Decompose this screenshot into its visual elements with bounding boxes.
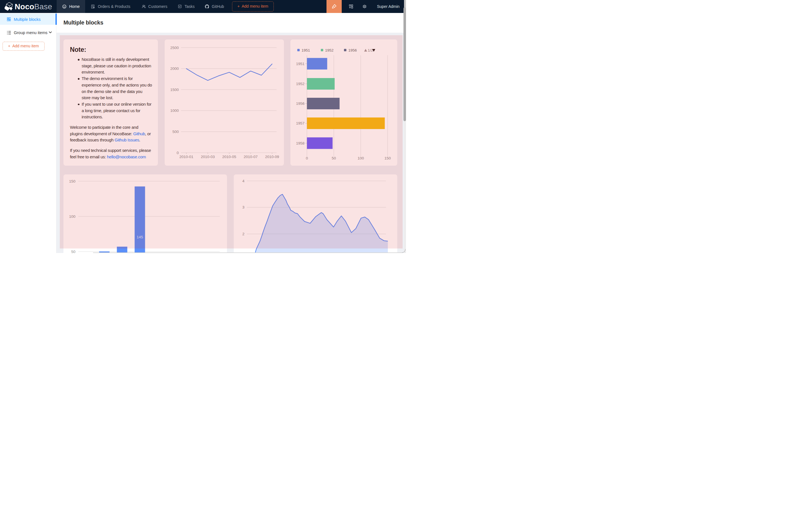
svg-text:2500: 2500 bbox=[170, 46, 179, 50]
svg-text:2010-03: 2010-03 bbox=[201, 155, 215, 159]
svg-text:1956: 1956 bbox=[296, 101, 304, 106]
svg-text:1956: 1956 bbox=[348, 48, 357, 53]
svg-text:2010-09: 2010-09 bbox=[265, 155, 279, 159]
svg-text:50: 50 bbox=[71, 250, 75, 253]
svg-text:145: 145 bbox=[137, 235, 143, 239]
svg-text:0: 0 bbox=[176, 151, 179, 155]
svg-text:2000: 2000 bbox=[170, 67, 179, 71]
svg-text:100: 100 bbox=[358, 156, 364, 160]
svg-text:1951: 1951 bbox=[301, 48, 310, 53]
svg-text:1500: 1500 bbox=[170, 88, 179, 92]
svg-text:50: 50 bbox=[331, 156, 336, 160]
svg-text:1/2: 1/2 bbox=[368, 48, 373, 53]
svg-text:1952: 1952 bbox=[296, 82, 304, 86]
svg-text:4: 4 bbox=[242, 179, 244, 183]
svg-text:2010-01: 2010-01 bbox=[179, 155, 194, 159]
svg-text:2010-05: 2010-05 bbox=[222, 155, 236, 159]
svg-text:150: 150 bbox=[69, 179, 76, 183]
svg-text:1957: 1957 bbox=[296, 121, 304, 125]
svg-text:500: 500 bbox=[172, 130, 179, 134]
svg-text:1958: 1958 bbox=[296, 141, 304, 145]
svg-text:2: 2 bbox=[242, 232, 244, 236]
svg-text:1952: 1952 bbox=[325, 48, 334, 53]
svg-text:150: 150 bbox=[384, 156, 391, 160]
svg-text:1000: 1000 bbox=[170, 108, 179, 113]
svg-text:1951: 1951 bbox=[296, 62, 304, 66]
svg-text:2010-07: 2010-07 bbox=[244, 155, 258, 159]
svg-text:100: 100 bbox=[69, 215, 76, 219]
svg-text:0: 0 bbox=[306, 156, 308, 160]
svg-text:3: 3 bbox=[242, 205, 244, 209]
